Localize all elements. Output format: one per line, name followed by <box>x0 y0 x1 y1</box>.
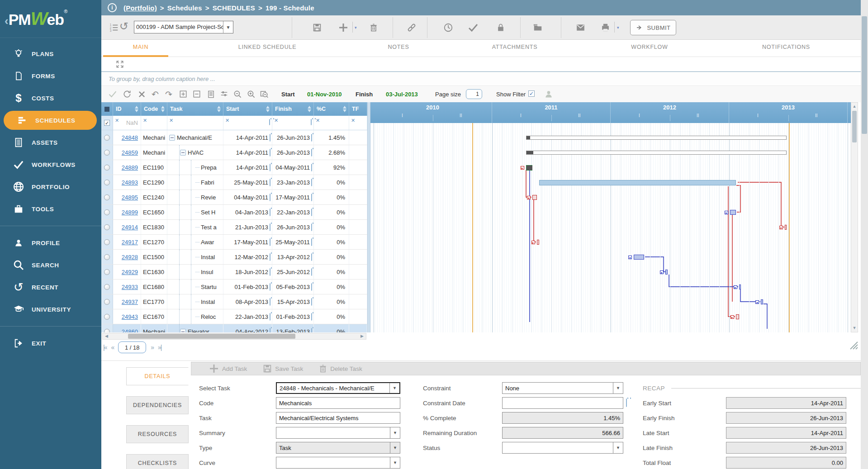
sort-icon[interactable] <box>308 105 312 113</box>
scroll-up-icon[interactable]: ▲ <box>851 103 858 110</box>
select-all-checkbox[interactable] <box>101 102 113 116</box>
details-tab-dependencies[interactable]: DEPENDENCIES <box>126 396 189 414</box>
lock-icon[interactable] <box>494 22 507 33</box>
link-handle-icon[interactable]: ▸ <box>628 256 632 259</box>
gantt-bar-24937[interactable] <box>761 299 763 304</box>
mail-icon[interactable] <box>574 22 587 33</box>
tab-notifications[interactable]: NOTIFICATIONS <box>762 44 810 50</box>
sort-icon[interactable] <box>266 105 270 113</box>
person-icon[interactable] <box>543 89 555 99</box>
calendar-icon[interactable] <box>311 164 312 171</box>
task-id-link[interactable]: 24928 <box>113 254 141 261</box>
calendar-icon[interactable] <box>311 134 312 141</box>
save-icon[interactable] <box>311 22 323 33</box>
calendar-icon[interactable] <box>270 164 270 171</box>
table-row[interactable]: 24917EC1270Awar17-May-201125-May-20110% <box>101 235 367 250</box>
chevron-down-icon[interactable]: ▼ <box>613 383 623 393</box>
sidebar-item-search[interactable]: SEARCH <box>0 256 101 275</box>
breadcrumb-portfolio[interactable]: (Portfolio) <box>123 4 157 12</box>
calendar-icon[interactable] <box>311 179 312 186</box>
table-row[interactable]: 24859MechaniHVAC14-Apr-201126-Jun-20132.… <box>101 145 367 160</box>
table-row[interactable]: 24914EC1830Test a21-Jun-201326-Jun-20130… <box>101 220 367 235</box>
row-radio[interactable] <box>104 194 110 200</box>
clock-icon[interactable] <box>442 22 455 33</box>
undo-icon[interactable]: ↶ <box>149 89 161 99</box>
row-radio[interactable] <box>104 284 110 290</box>
calendar-icon[interactable] <box>311 269 312 275</box>
row-radio[interactable] <box>104 269 110 275</box>
sidebar-item-forms[interactable]: FORMS <box>0 66 101 85</box>
row-radio[interactable] <box>104 329 110 333</box>
code-field[interactable]: Mechanicals <box>276 397 400 409</box>
expand-all-icon[interactable] <box>177 89 189 99</box>
calendar-icon[interactable] <box>270 313 270 320</box>
calendar-icon[interactable] <box>311 313 312 320</box>
filter-checkbox[interactable]: ✓ <box>101 116 113 130</box>
calendar-icon[interactable] <box>311 298 312 305</box>
row-radio[interactable] <box>104 165 110 171</box>
details-tab-checklists[interactable]: CHECKLISTS <box>126 454 189 469</box>
gantt-scroll-thumb[interactable] <box>852 111 857 142</box>
link-handle-icon[interactable]: ▸ <box>725 211 728 214</box>
calendar-icon[interactable] <box>269 119 270 125</box>
details-tab-resources[interactable]: RESOURCES <box>126 425 189 443</box>
task-id-link[interactable]: 24893 <box>113 179 141 186</box>
clear-filter-icon[interactable]: ✕ <box>316 118 320 123</box>
tab-workflow[interactable]: WORKFLOW <box>631 44 668 50</box>
select-task-field[interactable]: 24848 - Mechanicals - Mechanical/E▼ <box>276 382 400 394</box>
add-task-button[interactable]: Add Task <box>209 363 247 374</box>
table-row[interactable]: 24895EC1240Revie04-May-201117-May-20110% <box>101 190 367 205</box>
column-header-start[interactable]: Start <box>223 102 272 116</box>
row-select[interactable] <box>101 324 113 332</box>
export-x-icon[interactable] <box>136 89 147 99</box>
gantt-bar-24943[interactable] <box>736 314 739 319</box>
row-radio[interactable] <box>104 239 110 245</box>
link-icon[interactable] <box>405 22 418 33</box>
table-row[interactable]: 24929EC1630Insul18-Jun-201225-Jun-20120% <box>101 265 367 280</box>
link-handle-icon[interactable]: ▸ <box>521 166 524 170</box>
record-select[interactable]: 000199 - ADM Sample Project-Sched ▼ <box>134 21 233 33</box>
calendar-icon[interactable] <box>626 399 627 407</box>
row-select[interactable] <box>101 145 113 160</box>
first-page-button[interactable]: |« <box>103 344 106 351</box>
table-row[interactable]: 24889EC1190Prepa14-Apr-201104-May-201192… <box>101 160 367 175</box>
scroll-right-icon[interactable]: ▶ <box>359 333 365 339</box>
calendar-icon[interactable] <box>311 254 312 261</box>
gantt-bar-24933[interactable] <box>739 284 741 289</box>
constraint-field[interactable]: None▼ <box>502 382 623 394</box>
sort-icon[interactable] <box>135 105 139 113</box>
complete-field[interactable]: 1.45% <box>502 412 623 424</box>
clear-filter-icon[interactable]: ✕ <box>351 118 355 123</box>
chevron-down-icon[interactable]: ▼ <box>390 427 400 438</box>
row-select[interactable] <box>101 280 113 294</box>
row-select[interactable] <box>101 205 113 219</box>
calendar-icon[interactable] <box>270 328 270 333</box>
save-task-button[interactable]: Save Task <box>262 364 303 374</box>
column-header-pcc[interactable]: %C <box>314 102 349 116</box>
column-header-task[interactable]: Task <box>167 102 223 116</box>
row-select[interactable] <box>101 309 113 324</box>
table-row[interactable]: 24893EC1290Fabri25-May-201123-Jan-20130% <box>101 175 367 190</box>
page-indicator[interactable]: 1 / 18 <box>118 341 146 353</box>
table-row[interactable]: 24928EC1500Instal12-Mar-201213-Apr-20120… <box>101 250 367 265</box>
row-radio[interactable] <box>104 314 110 320</box>
row-select[interactable] <box>101 160 113 175</box>
calendar-icon[interactable] <box>270 298 270 305</box>
row-select[interactable] <box>101 265 113 279</box>
apply-check-icon[interactable] <box>107 89 119 99</box>
pmweb-logo[interactable]: ‹PMWeb® <box>0 0 101 38</box>
link-handle-icon[interactable]: ▸ <box>730 315 734 319</box>
summary-field[interactable]: ▼ <box>276 427 400 439</box>
gantt-bar-24893[interactable] <box>539 180 736 185</box>
chevron-down-icon[interactable]: ▼ <box>390 457 400 468</box>
status-field[interactable]: ▼ <box>502 442 623 454</box>
row-radio[interactable] <box>104 180 110 185</box>
calendar-icon[interactable] <box>270 284 270 290</box>
task-id-link[interactable]: 24889 <box>113 164 141 171</box>
print-menu-caret-icon[interactable]: ▾ <box>617 25 619 30</box>
page-size-input[interactable] <box>466 89 482 99</box>
row-radio[interactable] <box>104 224 110 230</box>
zoom-in-icon[interactable] <box>245 89 257 99</box>
chevron-down-icon[interactable]: ▼ <box>613 442 623 453</box>
tab-linked-schedule[interactable]: LINKED SCHEDULE <box>238 44 297 50</box>
